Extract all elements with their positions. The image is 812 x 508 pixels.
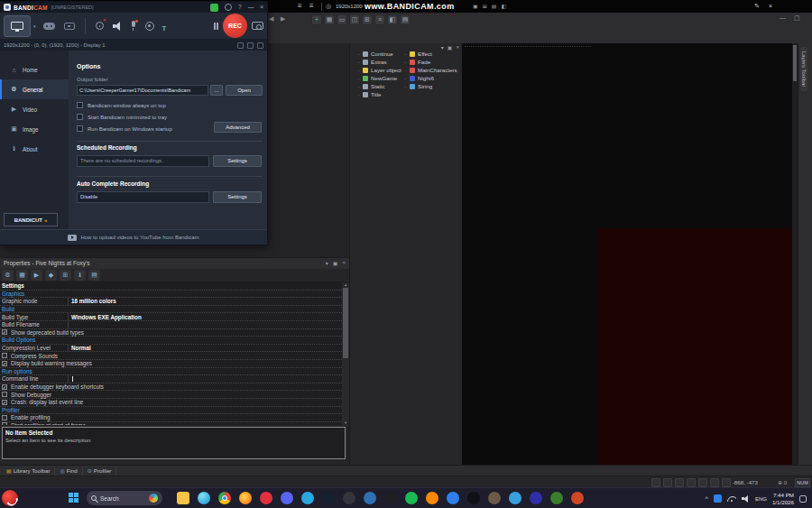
frame-area[interactable] [597,228,792,465]
events-icon[interactable]: ⊞ [60,270,71,281]
bandicut-banner[interactable]: BANDICUT » [4,213,58,226]
overlay-tool-icon-1[interactable]: ▣ [473,3,478,9]
steam-icon[interactable] [322,492,335,504]
scrollbar-thumb[interactable] [343,288,348,358]
draw-pencil-icon[interactable]: ✎ [754,3,760,10]
table-icon[interactable]: ⊞ [362,14,373,25]
properties-panel-icon-2[interactable]: ▣ [333,260,338,266]
status-tool-icon-7[interactable] [722,478,731,487]
overlay-tool-icon-2[interactable]: ⊞ [483,3,487,9]
blocks-icon[interactable]: ▤ [88,270,100,281]
pause-icon[interactable] [214,23,219,30]
layers-toolbar-tab[interactable]: Layers Toolbar [800,47,807,91]
property-value[interactable]: Normal [69,345,91,351]
tray-app-icon[interactable] [714,494,722,503]
window-minimize-icon[interactable]: — [780,14,786,21]
workspace-item[interactable]: ┄Extras [357,58,401,66]
mode-dropdown-icon[interactable] [33,23,36,29]
tab-library-toolbar[interactable]: ▤Library Toolbar [2,466,55,476]
tiktok-icon[interactable] [467,492,480,504]
obs-studio-icon[interactable] [384,492,397,504]
split-icon[interactable]: ◫ [349,14,360,25]
bandicam-titlebar[interactable]: BANDICAM [UNREGISTERED] ? — × [0,2,267,13]
window-icon[interactable]: ▦ [16,270,28,281]
output-folder-input[interactable]: C:\Users\CreeperGamer17\Documents\Bandic… [77,85,208,96]
property-checkbox[interactable]: ✓ [2,329,7,335]
tab-find[interactable]: ◎Find [55,466,82,476]
status-tool-icon-5[interactable] [698,478,707,487]
text-overlay-icon[interactable] [162,18,170,34]
list-icon[interactable]: ≡ [374,14,385,25]
property-value[interactable] [69,376,73,382]
game-recording-mode-icon[interactable] [43,23,55,30]
sidebar-item-video[interactable]: ▶Video [0,99,69,119]
property-checkbox[interactable] [2,415,7,420]
wifi-icon[interactable] [727,496,736,502]
epic-games-icon[interactable] [343,492,355,504]
checkbox[interactable] [77,114,83,120]
spotify-icon[interactable] [405,492,418,504]
chrome-icon[interactable] [218,492,231,504]
vlc-icon[interactable] [426,492,438,504]
workspace-item[interactable]: ┄MainCharacters [404,66,457,74]
menu-icon[interactable]: ≡ [298,2,302,10]
property-checkbox[interactable] [2,353,7,358]
microphone-icon[interactable] [131,21,136,31]
close-icon[interactable]: × [260,3,263,12]
opera-icon[interactable] [260,492,272,504]
screenshot-icon[interactable] [252,22,263,30]
sidebar-item-about[interactable]: ℹAbout [0,139,69,159]
menu-icon-2[interactable]: ≡ [309,2,314,10]
tray-overflow-icon[interactable]: ^ [706,495,708,502]
start-button[interactable] [69,493,78,503]
search-box[interactable]: Search [87,491,162,505]
notification-icon[interactable] [799,495,807,503]
auto-complete-settings-button[interactable]: Settings [213,191,262,203]
paint-icon[interactable] [509,492,521,504]
about-icon[interactable]: ℹ [74,270,86,281]
property-category[interactable]: Run options [0,368,32,374]
minecraft-icon[interactable] [550,492,563,504]
overlay-tool-icon-3[interactable]: ▤ [492,3,497,9]
property-category[interactable]: Build [0,306,14,312]
rows-icon[interactable]: ▤ [400,14,411,25]
workspace-item[interactable]: ┄String [404,82,457,90]
property-checkbox[interactable]: ✓ [2,384,7,390]
add-icon[interactable]: + [311,14,322,25]
undo-icon[interactable] [257,42,263,49]
nav-back-icon[interactable]: ◀ [269,15,273,23]
property-value[interactable]: Windows EXE Application [69,314,142,320]
checkbox[interactable] [77,125,83,132]
gimp-icon[interactable] [488,492,501,504]
settings-icon[interactable]: ⚙ [2,270,14,281]
mouse-target-icon[interactable] [96,22,104,30]
window-maximize-icon[interactable]: ▢ [794,14,800,22]
zoom-icon[interactable]: ⊕ [778,480,782,485]
property-checkbox[interactable]: ✓ [2,361,7,366]
scroll-up-icon[interactable] [342,282,349,287]
status-tool-icon-1[interactable] [651,478,660,487]
scheduled-recording-field[interactable]: There are no scheduled recordings. [77,155,209,167]
workspace-item[interactable]: ┄NewGame [357,74,401,82]
pinned-game-icon[interactable] [2,490,18,506]
sidebar-item-image[interactable]: ▣Image [0,119,69,139]
help-icon[interactable]: ? [238,3,242,12]
overlay-close-icon[interactable]: × [769,3,772,9]
discord-icon[interactable] [281,492,293,504]
panel-icon[interactable]: ◧ [387,14,398,25]
nav-forward-icon[interactable]: ▶ [281,15,285,23]
scrollbar-thumb[interactable] [793,45,797,81]
property-checkbox[interactable] [2,392,7,397]
fusion-icon[interactable] [571,492,584,504]
frame-editor-canvas[interactable] [462,43,792,465]
volume-icon[interactable] [742,495,750,503]
tab-profiler[interactable]: ⊙Profiler [83,466,117,476]
snapshot-icon[interactable] [237,42,244,49]
copilot-icon[interactable] [149,494,158,503]
property-category[interactable]: Graphics [0,291,24,297]
target-icon[interactable]: ◎ [326,3,331,10]
sidebar-item-home[interactable]: ⌂Home [0,60,69,79]
bandicam-footer[interactable]: How to upload videos to YouTube from Ban… [0,229,267,245]
workspace-item[interactable]: ┄Fade [404,58,457,66]
properties-scrollbar[interactable] [342,282,349,425]
